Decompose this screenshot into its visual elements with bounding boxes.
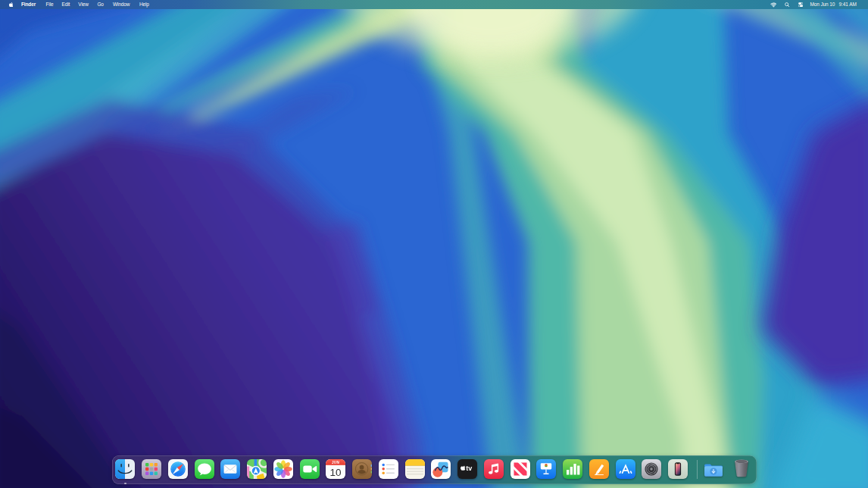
svg-text:JUN: JUN: [332, 461, 339, 465]
svg-text:tv: tv: [466, 465, 472, 472]
svg-text:10: 10: [330, 467, 342, 478]
